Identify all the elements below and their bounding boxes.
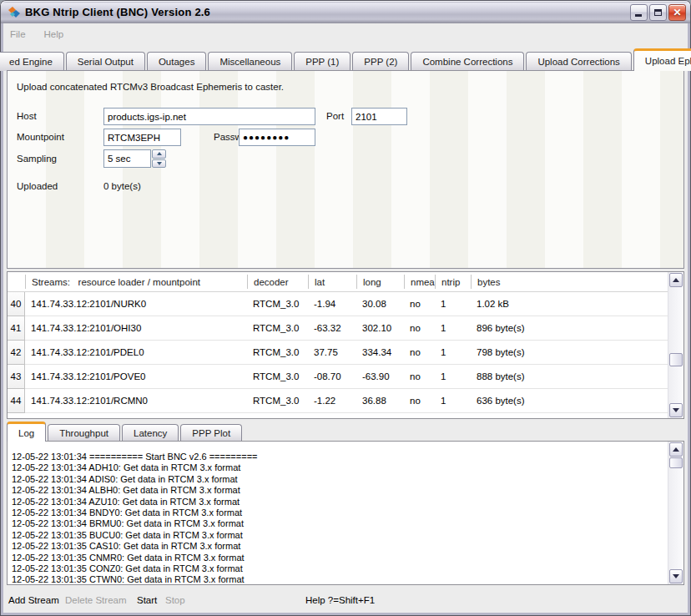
tab-latency[interactable]: Latency <box>122 424 179 442</box>
log-output[interactable]: 12-05-22 13:01:34 ========== Start BNC v… <box>8 442 668 584</box>
streams-scrollbar[interactable] <box>668 272 683 418</box>
start-button[interactable]: Start <box>137 595 157 605</box>
log-line: 12-05-22 13:01:34 ADIS0: Get data in RTC… <box>12 474 668 485</box>
password-input[interactable] <box>239 129 315 146</box>
header-nmea[interactable]: nmea <box>404 275 435 289</box>
port-input[interactable] <box>351 108 407 125</box>
log-line: 12-05-22 13:01:35 BUCU0: Get data in RTC… <box>12 530 668 541</box>
panel-description: Upload concatenated RTCMv3 Broadcast Eph… <box>17 82 284 92</box>
delete-stream-button[interactable]: Delete Stream <box>65 595 127 605</box>
scroll-down-button[interactable] <box>669 569 683 583</box>
close-icon: ✕ <box>673 8 681 18</box>
header-corner <box>8 272 25 291</box>
log-line: 12-05-22 13:01:34 AZU10: Get data in RTC… <box>12 497 668 507</box>
streams-table: Streams: resource loader / mountpoint de… <box>7 271 684 419</box>
sampling-spinner[interactable] <box>103 149 166 168</box>
log-line: 12-05-22 13:01:34 BNDY0: Get data in RTC… <box>12 507 668 518</box>
app-icon <box>7 6 22 19</box>
table-row[interactable]: 43 141.74.33.12:2101/POVE0 RTCM_3.0 -08.… <box>8 365 668 389</box>
scroll-up-button[interactable] <box>669 273 683 287</box>
uploaded-value: 0 byte(s) <box>103 181 141 191</box>
title-bar[interactable]: BKG Ntrip Client (BNC) Version 2.6 ✕ <box>1 1 690 23</box>
port-label: Port <box>326 111 344 121</box>
scroll-down-icon <box>673 408 679 412</box>
tab-upload-ephemeris[interactable]: Upload Ephemeris <box>633 48 691 71</box>
tab-ppp-2[interactable]: PPP (2) <box>352 52 409 71</box>
table-row[interactable]: 40 141.74.33.12:2101/NURK0 RTCM_3.0 -1.9… <box>8 292 668 316</box>
stop-button[interactable]: Stop <box>165 595 185 605</box>
scrollbar-thumb[interactable] <box>669 353 683 366</box>
log-line: 12-05-22 13:01:34 ALBH0: Get data in RTC… <box>12 485 668 496</box>
scroll-up-icon <box>673 447 679 452</box>
log-line: 12-05-22 13:01:35 CAS10: Get data in RTC… <box>12 541 668 552</box>
add-stream-button[interactable]: Add Stream <box>8 595 59 605</box>
log-line: 12-05-22 13:01:35 CONZ0: Get data in RTC… <box>12 563 668 574</box>
log-line: 12-05-22 13:01:35 CNMR0: Get data in RTC… <box>12 553 668 563</box>
settings-tab-bar: ed Engine Serial Output Outages Miscella… <box>3 48 688 71</box>
spinner-down-icon <box>157 162 162 165</box>
tab-outages[interactable]: Outages <box>147 52 206 71</box>
minimize-icon <box>635 14 642 17</box>
header-lat[interactable]: lat <box>308 275 356 289</box>
maximize-icon <box>654 9 662 16</box>
upload-ephemeris-panel: Upload concatenated RTCMv3 Broadcast Eph… <box>7 70 684 269</box>
close-button[interactable]: ✕ <box>668 4 686 21</box>
tab-ppp-1[interactable]: PPP (1) <box>294 52 351 71</box>
tab-log[interactable]: Log <box>7 422 46 442</box>
uploaded-label: Uploaded <box>17 181 58 191</box>
output-tab-bar: Log Throughput Latency PPP Plot <box>7 422 244 442</box>
window-title: BKG Ntrip Client (BNC) Version 2.6 <box>25 6 210 18</box>
scrollbar-thumb[interactable] <box>669 457 683 468</box>
sampling-input[interactable] <box>103 149 151 168</box>
tab-upload-corrections[interactable]: Upload Corrections <box>526 52 631 71</box>
log-line: 12-05-22 13:01:35 CTWN0: Get data in RTC… <box>12 574 668 584</box>
table-row[interactable]: 41 141.74.33.12:2101/OHI30 RTCM_3.0 -63.… <box>8 316 668 341</box>
header-ntrip[interactable]: ntrip <box>435 275 471 289</box>
mountpoint-input[interactable] <box>103 129 181 146</box>
log-panel: 12-05-22 13:01:34 ========== Start BNC v… <box>7 441 684 585</box>
sampling-down-button[interactable] <box>152 159 166 169</box>
header-bytes[interactable]: bytes <box>471 275 668 289</box>
streams-table-body: Streams: resource loader / mountpoint de… <box>8 272 668 418</box>
tab-miscellaneous[interactable]: Miscellaneous <box>208 52 292 71</box>
app-window: BKG Ntrip Client (BNC) Version 2.6 ✕ Fil… <box>0 0 691 616</box>
minimize-button[interactable] <box>630 4 648 21</box>
tab-ppp-plot[interactable]: PPP Plot <box>180 424 242 442</box>
streams-table-header: Streams: resource loader / mountpoint de… <box>8 272 668 292</box>
scroll-up-icon <box>673 278 679 282</box>
tab-serial-output[interactable]: Serial Output <box>66 52 145 71</box>
log-line: 12-05-22 13:01:34 BRMU0: Get data in RTC… <box>12 518 668 529</box>
tab-feed-engine[interactable]: ed Engine <box>0 52 64 71</box>
log-scrollbar[interactable] <box>668 442 683 584</box>
menu-bar: File Help <box>3 25 688 43</box>
sampling-up-button[interactable] <box>152 149 166 159</box>
header-decoder[interactable]: decoder <box>247 275 308 289</box>
tab-combine-corrections[interactable]: Combine Corrections <box>411 52 524 71</box>
menu-help[interactable]: Help <box>44 29 64 39</box>
help-hint: Help ?=Shift+F1 <box>305 595 375 605</box>
log-line: 12-05-22 13:01:34 ADH10: Get data in RTC… <box>12 462 668 473</box>
log-line: 12-05-22 13:01:34 ========== Start BNC v… <box>12 452 668 462</box>
scroll-down-button[interactable] <box>669 403 683 417</box>
spinner-up-icon <box>157 152 162 155</box>
sampling-label: Sampling <box>17 154 57 164</box>
mountpoint-label: Mountpoint <box>17 132 64 142</box>
table-row[interactable]: 42 141.74.33.12:2101/PDEL0 RTCM_3.0 37.7… <box>8 341 668 365</box>
header-long[interactable]: long <box>356 275 404 289</box>
menu-file[interactable]: File <box>10 29 26 39</box>
bottom-toolbar: Add Stream Delete Stream Start Stop Help… <box>3 588 688 613</box>
table-row[interactable]: 44 141.74.33.12:2101/RCMN0 RTCM_3.0 -1.2… <box>8 389 668 413</box>
maximize-button[interactable] <box>649 4 667 21</box>
scroll-up-button[interactable] <box>669 442 683 457</box>
host-input[interactable] <box>103 108 315 125</box>
scroll-down-icon <box>673 574 679 578</box>
host-label: Host <box>17 111 37 121</box>
header-streams[interactable]: Streams: resource loader / mountpoint <box>25 275 247 289</box>
tab-throughput[interactable]: Throughput <box>48 424 120 442</box>
